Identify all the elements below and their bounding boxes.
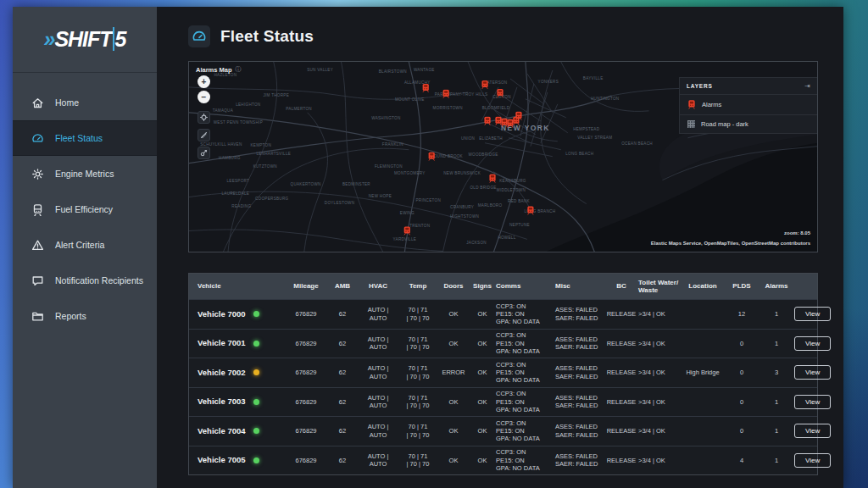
sidebar-item-label: Engine Metrics (55, 169, 114, 179)
doors-cell: OK (438, 427, 469, 435)
map-town-label: JACKSON (466, 241, 487, 245)
fleet-status-gauge-icon (188, 25, 210, 47)
doors-cell: OK (438, 310, 469, 318)
sidebar-item-notification-recipients[interactable]: Notification Recipients (13, 263, 157, 298)
bc-cell: RELEASE (604, 427, 638, 435)
sidebar-item-engine-metrics[interactable]: Engine Metrics (13, 156, 157, 191)
view-button[interactable]: View (794, 424, 831, 438)
view-button[interactable]: View (794, 365, 831, 380)
map-town-label: NEW HOPE (369, 194, 392, 198)
map-town-label: JIM THORPE (263, 93, 289, 97)
zoom-out-button[interactable]: − (198, 91, 210, 103)
vehicle-name: Vehicle 7000 (198, 309, 246, 319)
misc-cell: ASES: FAILED SAER: FAILED (555, 306, 604, 322)
map-zoom-level: zoom: 8.05 (784, 230, 810, 236)
plds-cell: 0 (725, 369, 759, 376)
draw-tool-button[interactable] (198, 147, 210, 159)
col-header: Vehicle (198, 282, 286, 290)
table-row: Vehicle 7004 676829 62 AUTO | AUTO 70 | … (189, 416, 817, 446)
view-button[interactable]: View (794, 336, 831, 351)
map-town-label: NEPTUNE (509, 223, 530, 227)
map-town-label: HOWELL (498, 236, 515, 240)
map-town-label: LEHIGHTON (236, 103, 260, 107)
comms-cell: CCP3: ON PE15: ON GPA: NO DATA (496, 448, 555, 472)
engine-icon (31, 168, 44, 180)
hvac-cell: AUTO | AUTO (359, 452, 398, 469)
view-button[interactable]: View (794, 307, 831, 321)
sidebar-nav: Home Fleet Status Engine Metrics Fuel Ef… (13, 73, 157, 334)
map-town-label: HUNTINGTON (591, 97, 619, 101)
hvac-cell: AUTO | AUTO (359, 364, 398, 380)
bc-cell: RELEASE (604, 369, 638, 376)
layer-item-alarms[interactable]: Alarms (680, 95, 817, 115)
misc-cell: ASES: FAILED SAER: FAILED (555, 423, 604, 439)
folder-icon (31, 310, 44, 323)
collapse-layers-icon[interactable]: ⇥ (804, 82, 810, 90)
hvac-cell: AUTO | AUTO (359, 306, 398, 322)
message-icon (31, 274, 44, 287)
view-button[interactable]: View (794, 453, 831, 468)
map-town-label: LENHARTSVILLE (256, 152, 291, 156)
table-row: Vehicle 7002 676829 62 AUTO | AUTO 70 | … (189, 358, 817, 387)
hvac-cell: AUTO | AUTO (359, 336, 398, 352)
map-town-label: MONTGOMERY (394, 171, 426, 175)
locate-tool-button[interactable] (198, 111, 210, 124)
temp-cell: 70 | 71 | 70 | 70 (398, 423, 438, 439)
map-town-label: LAURELDALE (221, 191, 249, 196)
signs-cell: OK (469, 427, 496, 435)
sidebar-item-label: Fuel Efficiency (55, 204, 113, 214)
col-header: Location (681, 282, 725, 290)
gauge-icon (31, 132, 44, 145)
table-row: Vehicle 7000 676829 62 AUTO | AUTO 70 | … (189, 299, 817, 329)
logo-chevrons-icon: » (43, 27, 54, 51)
sidebar-item-alert-criteria[interactable]: Alert Criteria (13, 227, 157, 263)
sidebar-item-fuel-efficiency[interactable]: Fuel Efficiency (13, 191, 157, 227)
map-town-label: NEW BRUNSWICK (443, 171, 481, 175)
map-town-label: TAMAQUA (213, 108, 234, 113)
col-header: Doors (438, 282, 469, 290)
temp-cell: 70 | 71 | 70 | 70 (398, 306, 438, 322)
sidebar-item-fleet-status[interactable]: Fleet Status (13, 120, 157, 156)
comms-cell: CCP3: ON PE15: ON GPA: NO DATA (496, 419, 555, 443)
col-header: PLDS (725, 282, 759, 290)
page-title: Fleet Status (220, 27, 314, 46)
map-town-label: UNION (461, 136, 475, 141)
home-icon (31, 97, 44, 109)
vehicle-name: Vehicle 7003 (198, 396, 246, 407)
status-dot (253, 369, 259, 375)
map-town-label: HIGHTSTOWN (450, 214, 479, 219)
map-town-label: ELIZABETH (479, 136, 503, 141)
map-town-label: BEDMINSTER (342, 182, 370, 186)
sidebar-item-home[interactable]: Home (13, 85, 157, 120)
alarms-map-panel: Alarms Map ⓘ (188, 61, 818, 252)
view-button[interactable]: View (794, 395, 831, 409)
zoom-in-button[interactable]: + (198, 75, 210, 88)
layer-item-road-map[interactable]: Road map - dark (680, 115, 817, 133)
alarms-cell: 1 (759, 310, 794, 318)
col-header: BC (604, 282, 638, 290)
warning-icon (31, 239, 44, 252)
col-header: Toilet Water/ Waste (638, 279, 681, 294)
temp-cell: 70 | 71 | 70 | 70 (398, 336, 438, 352)
doors-cell: OK (438, 398, 469, 406)
info-icon[interactable]: ⓘ (236, 65, 242, 74)
sidebar-item-reports[interactable]: Reports (13, 298, 157, 334)
mileage-cell: 676829 (286, 369, 326, 376)
table-row: Vehicle 7003 676829 62 AUTO | AUTO 70 | … (189, 387, 817, 417)
map-town-label: WOODBRIDGE (468, 152, 498, 157)
map-town-label: FRANKLIN (382, 142, 403, 147)
misc-cell: ASES: FAILED SAER: FAILED (555, 336, 604, 352)
mileage-cell: 676829 (286, 457, 326, 464)
toilet-cell: >3/4 | OK (638, 427, 681, 435)
comms-cell: CCP3: ON PE15: ON GPA: NO DATA (496, 361, 555, 385)
signs-cell: OK (469, 369, 496, 376)
map-town-label: VALLEY STREAM (577, 136, 612, 140)
map-town-label: LEESPORT (226, 179, 249, 183)
measure-tool-button[interactable] (198, 129, 210, 141)
map-town-label: MARLBORO (478, 203, 503, 208)
vehicle-name: Vehicle 7005 (198, 455, 246, 465)
map-town-label: HAMBURG (219, 156, 241, 160)
plds-cell: 12 (725, 310, 759, 318)
map-town-label: WANTAGE (414, 68, 435, 72)
col-header: AMB (326, 282, 359, 290)
